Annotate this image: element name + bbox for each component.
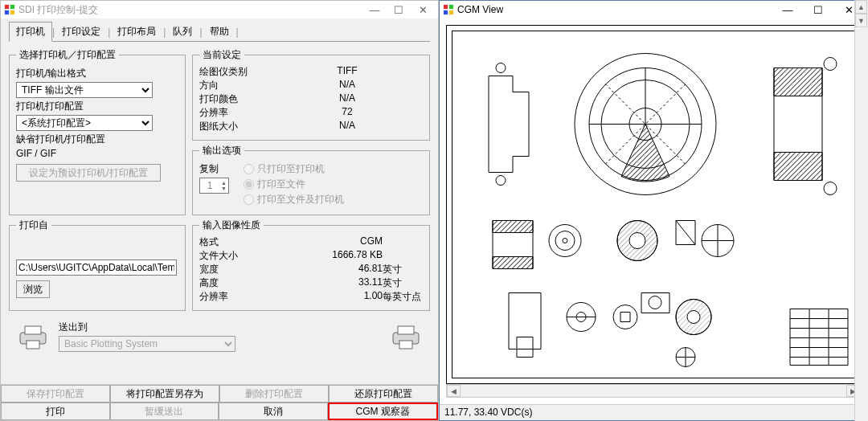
svg-point-48 (687, 311, 700, 324)
scroll-down-icon[interactable]: ▼ (855, 14, 867, 27)
legend-print-from: 打印自 (16, 219, 51, 232)
bottom-button-bar: 保存打印配置 将打印配置另存为 删除打印配置 还原打印配置 打印 暂缓送出 取消… (1, 384, 438, 420)
browse-button[interactable]: 浏览 (16, 280, 50, 298)
svg-point-29 (555, 231, 575, 251)
tab-bar: 打印机| 打印设定| 打印布局| 队列| 帮助| (1, 18, 438, 42)
svg-point-42 (613, 305, 637, 329)
group-print-from: 打印自 浏览 (9, 219, 186, 311)
svg-rect-11 (449, 5, 453, 9)
group-select-printer: 选择打印机／打印配置 打印机/输出格式 TIFF 输出文件 打印机打印配置 <系… (9, 48, 186, 215)
setting-row: 方向N/A (199, 79, 423, 92)
cgm-viewer-button[interactable]: CGM 观察器 (328, 403, 439, 420)
image-row: 格式CGM (199, 235, 423, 249)
scrollbar-horizontal[interactable]: ◀ ▶ (446, 384, 861, 398)
svg-point-28 (549, 225, 581, 257)
radio-printer-only[interactable]: 只打印至打印机 (244, 162, 344, 176)
group-current-settings: 当前设定 绘图仪类别TIFF 方向N/A 打印颜色N/A 分辨率72 图纸大小N… (192, 48, 430, 141)
titlebar-left: SDI 打印控制-提交 — ☐ ✕ (1, 1, 438, 18)
sdi-print-window: SDI 打印控制-提交 — ☐ ✕ 打印机| 打印设定| 打印布局| 队列| 帮… (0, 0, 439, 421)
setting-row: 绘图仪类别TIFF (199, 65, 423, 79)
delete-config-button[interactable]: 删除打印配置 (219, 385, 329, 403)
send-to-select[interactable]: Basic Plotting System (59, 336, 235, 352)
drawing-canvas[interactable] (446, 25, 861, 384)
default-printer-value: GIF / GIF (16, 148, 178, 159)
svg-rect-6 (27, 341, 39, 349)
window-title: SDI 打印控制-提交 (18, 3, 362, 17)
path-input[interactable] (16, 260, 177, 276)
legend-select-printer: 选择打印机／打印配置 (16, 48, 119, 62)
group-input-image: 输入图像性质 格式CGM 文件大小1666.78 KB 宽度46.81英寸 高度… (192, 219, 430, 311)
svg-rect-26 (493, 221, 533, 233)
svg-point-33 (629, 233, 645, 249)
window-title: CGM View (457, 4, 772, 15)
svg-rect-8 (398, 326, 414, 334)
svg-point-23 (824, 182, 837, 195)
tab-queue[interactable]: 队列 (166, 22, 199, 42)
svg-point-30 (563, 239, 567, 243)
svg-rect-5 (25, 326, 41, 334)
image-row: 分辨率1.00每英寸点 (199, 290, 423, 304)
copies-stepper[interactable]: 1 ▲▼ (199, 178, 229, 194)
tab-printer[interactable]: 打印机 (9, 22, 52, 42)
image-row: 高度33.11英寸 (199, 276, 423, 290)
scroll-left-icon[interactable]: ◀ (447, 385, 461, 397)
svg-rect-21 (774, 68, 822, 96)
tab-help[interactable]: 帮助 (203, 22, 236, 42)
svg-rect-2 (5, 10, 9, 14)
close-button[interactable]: ✕ (411, 2, 435, 18)
svg-point-15 (496, 63, 506, 73)
cancel-button[interactable]: 取消 (219, 403, 328, 420)
legend-output: 输出选项 (199, 144, 244, 157)
maximize-button[interactable]: ☐ (387, 2, 411, 18)
save-config-button[interactable]: 保存打印配置 (1, 385, 110, 403)
svg-rect-12 (444, 10, 448, 14)
svg-rect-43 (620, 313, 630, 322)
set-preset-button[interactable]: 设定为预设打印机/打印配置 (16, 164, 161, 182)
send-to-row: 送出到 Basic Plotting System (9, 319, 430, 352)
svg-rect-37 (509, 293, 541, 349)
tab-layout[interactable]: 打印布局 (110, 22, 163, 42)
svg-rect-0 (5, 5, 9, 9)
radio-file-and-printer[interactable]: 打印至文件及打印机 (244, 193, 344, 206)
printer-format-label: 打印机/输出格式 (16, 67, 178, 80)
legend-current: 当前设定 (199, 48, 244, 62)
scroll-up-icon[interactable]: ▲ (855, 0, 867, 14)
svg-rect-38 (517, 337, 533, 358)
svg-rect-10 (444, 5, 448, 9)
app-icon (443, 4, 454, 15)
printer-icon (17, 321, 49, 350)
group-output-options: 输出选项 复制 1 ▲▼ 只打印至打印机 打印至 (192, 144, 430, 215)
svg-rect-9 (399, 341, 412, 349)
radio-to-file[interactable]: 打印至文件 (244, 178, 344, 191)
cad-drawing (452, 31, 854, 378)
svg-rect-3 (10, 10, 14, 14)
print-button[interactable]: 打印 (1, 403, 110, 420)
svg-rect-22 (774, 153, 822, 181)
setting-row: 分辨率72 (199, 106, 423, 120)
maximize-button[interactable]: ☐ (803, 2, 833, 18)
app-icon (4, 4, 15, 15)
svg-rect-1 (10, 5, 14, 9)
defer-button[interactable]: 暂缓送出 (110, 403, 219, 420)
copy-label: 复制 (199, 162, 229, 176)
printer-config-select[interactable]: <系统打印配置> (16, 115, 153, 131)
send-to-label: 送出到 (59, 321, 380, 334)
image-row: 文件大小1666.78 KB (199, 249, 423, 263)
status-bar: 11.77, 33.40 VDC(s) (440, 404, 867, 420)
setting-row: 图纸大小N/A (199, 120, 423, 133)
setting-row: 打印颜色N/A (199, 92, 423, 106)
status-coords: 11.77, 33.40 VDC(s) (444, 407, 532, 418)
minimize-button[interactable]: — (362, 2, 387, 18)
printer-config-label: 打印机打印配置 (16, 100, 178, 113)
svg-rect-13 (449, 10, 453, 14)
svg-point-24 (824, 58, 837, 71)
minimize-button[interactable]: — (772, 2, 803, 18)
tab-settings[interactable]: 打印设定 (55, 22, 108, 42)
printer-format-select[interactable]: TIFF 输出文件 (16, 82, 153, 98)
image-row: 宽度46.81英寸 (199, 263, 423, 276)
svg-point-14 (496, 176, 506, 186)
scrollbar-vertical[interactable]: ▲ ▼ (854, 0, 868, 421)
save-config-as-button[interactable]: 将打印配置另存为 (110, 385, 219, 403)
printer-icon (390, 321, 422, 350)
restore-config-button[interactable]: 还原打印配置 (329, 385, 438, 403)
